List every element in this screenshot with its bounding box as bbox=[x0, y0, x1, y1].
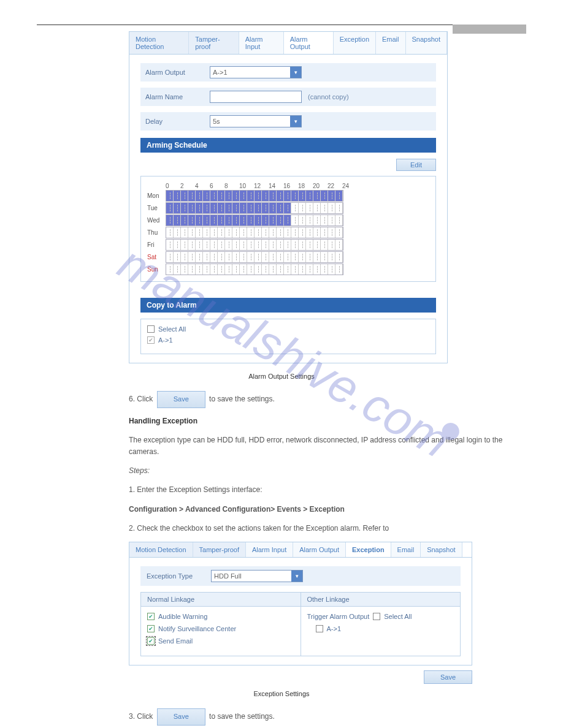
schedule-cell[interactable] bbox=[255, 240, 262, 250]
schedule-cell[interactable] bbox=[262, 227, 269, 238]
schedule-cell[interactable] bbox=[196, 227, 203, 238]
schedule-cell[interactable] bbox=[291, 240, 299, 250]
checkbox-icon[interactable]: ✔ bbox=[147, 613, 155, 620]
schedule-cell[interactable] bbox=[247, 215, 255, 226]
inline-save-button[interactable]: Save bbox=[157, 391, 205, 408]
schedule-cell[interactable] bbox=[255, 215, 262, 226]
schedule-cell[interactable] bbox=[306, 215, 313, 226]
schedule-cell[interactable] bbox=[284, 264, 291, 275]
schedule-cell[interactable] bbox=[284, 240, 291, 250]
checkbox-icon[interactable]: ✔ bbox=[147, 637, 155, 645]
schedule-cell[interactable] bbox=[306, 191, 313, 201]
schedule-cell[interactable] bbox=[255, 191, 262, 201]
schedule-cell[interactable] bbox=[240, 264, 247, 275]
schedule-cell[interactable] bbox=[269, 227, 277, 238]
schedule-cell[interactable] bbox=[181, 264, 188, 275]
schedule-cell[interactable] bbox=[247, 264, 255, 275]
schedule-cell[interactable] bbox=[181, 191, 188, 201]
tab-tamper-2[interactable]: Tamper-proof bbox=[193, 542, 246, 557]
schedule-cell[interactable] bbox=[269, 252, 277, 262]
schedule-cell[interactable] bbox=[210, 215, 218, 226]
schedule-cell[interactable] bbox=[203, 203, 210, 213]
schedule-cell[interactable] bbox=[277, 203, 284, 213]
schedule-cell[interactable] bbox=[335, 203, 343, 213]
schedule-cell[interactable] bbox=[313, 203, 321, 213]
schedule-cell[interactable] bbox=[240, 252, 247, 262]
tab-motion-2[interactable]: Motion Detection bbox=[129, 542, 193, 557]
checkbox-icon[interactable]: ✔ bbox=[147, 625, 155, 632]
schedule-cell[interactable] bbox=[166, 215, 174, 226]
schedule-cell[interactable] bbox=[181, 215, 188, 226]
normal-linkage-item[interactable]: ✔Send Email bbox=[147, 637, 294, 645]
schedule-cell[interactable] bbox=[232, 252, 240, 262]
schedule-cell[interactable] bbox=[203, 215, 210, 226]
schedule-cell[interactable] bbox=[277, 191, 284, 201]
select-all-row[interactable]: Select All bbox=[147, 325, 429, 333]
schedule-cell[interactable] bbox=[232, 215, 240, 226]
schedule-cell[interactable] bbox=[225, 252, 232, 262]
schedule-cell[interactable] bbox=[335, 252, 343, 262]
schedule-cell[interactable] bbox=[306, 227, 313, 238]
tab-tamper[interactable]: Tamper-proof bbox=[189, 32, 239, 54]
schedule-cell[interactable] bbox=[188, 227, 196, 238]
schedule-cell[interactable] bbox=[240, 191, 247, 201]
schedule-cell[interactable] bbox=[174, 240, 181, 250]
schedule-cell[interactable] bbox=[188, 252, 196, 262]
schedule-cell[interactable] bbox=[328, 215, 335, 226]
schedule-cell[interactable] bbox=[262, 252, 269, 262]
schedule-cell[interactable] bbox=[174, 264, 181, 275]
schedule-cell[interactable] bbox=[335, 240, 343, 250]
schedule-cell[interactable] bbox=[247, 191, 255, 201]
schedule-cell[interactable] bbox=[299, 215, 306, 226]
schedule-cell[interactable] bbox=[225, 215, 232, 226]
schedule-cell[interactable] bbox=[240, 227, 247, 238]
schedule-cell[interactable] bbox=[313, 252, 321, 262]
schedule-cell[interactable] bbox=[255, 203, 262, 213]
schedule-cell[interactable] bbox=[225, 191, 232, 201]
schedule-cell[interactable] bbox=[328, 240, 335, 250]
schedule-cell[interactable] bbox=[203, 227, 210, 238]
checkbox-icon[interactable] bbox=[147, 325, 155, 333]
schedule-cell[interactable] bbox=[269, 264, 277, 275]
schedule-cell[interactable] bbox=[188, 264, 196, 275]
schedule-cell[interactable] bbox=[313, 227, 321, 238]
schedule-cell[interactable] bbox=[262, 240, 269, 250]
schedule-cell[interactable] bbox=[232, 203, 240, 213]
schedule-cell[interactable] bbox=[232, 191, 240, 201]
schedule-cell[interactable] bbox=[196, 252, 203, 262]
schedule-cell[interactable] bbox=[203, 191, 210, 201]
schedule-cell[interactable] bbox=[328, 203, 335, 213]
schedule-cell[interactable] bbox=[255, 227, 262, 238]
schedule-cell[interactable] bbox=[277, 264, 284, 275]
schedule-cell[interactable] bbox=[210, 252, 218, 262]
schedule-cell[interactable] bbox=[328, 191, 335, 201]
schedule-cell[interactable] bbox=[335, 191, 343, 201]
schedule-cell[interactable] bbox=[218, 264, 225, 275]
schedule-cell[interactable] bbox=[306, 264, 313, 275]
schedule-cell[interactable] bbox=[291, 203, 299, 213]
schedule-cell[interactable] bbox=[196, 203, 203, 213]
schedule-cell[interactable] bbox=[203, 240, 210, 250]
schedule-cell[interactable] bbox=[321, 215, 328, 226]
schedule-cell[interactable] bbox=[203, 264, 210, 275]
schedule-cell[interactable] bbox=[321, 203, 328, 213]
schedule-cell[interactable] bbox=[291, 215, 299, 226]
schedule-cell[interactable] bbox=[196, 215, 203, 226]
tab-snapshot-2[interactable]: Snapshot bbox=[421, 542, 462, 557]
schedule-cell[interactable] bbox=[262, 191, 269, 201]
schedule-cell[interactable] bbox=[166, 264, 174, 275]
schedule-cell[interactable] bbox=[277, 215, 284, 226]
schedule-cell[interactable] bbox=[240, 240, 247, 250]
schedule-cell[interactable] bbox=[225, 203, 232, 213]
tab-alarm-output-2[interactable]: Alarm Output bbox=[293, 542, 346, 557]
schedule-cell[interactable] bbox=[269, 215, 277, 226]
schedule-cell[interactable] bbox=[306, 203, 313, 213]
schedule-cell[interactable] bbox=[166, 191, 174, 201]
schedule-cell[interactable] bbox=[218, 252, 225, 262]
schedule-cell[interactable] bbox=[166, 240, 174, 250]
schedule-cell[interactable] bbox=[174, 252, 181, 262]
schedule-cell[interactable] bbox=[313, 215, 321, 226]
schedule-cell[interactable] bbox=[210, 264, 218, 275]
schedule-cell[interactable] bbox=[218, 240, 225, 250]
schedule-cell[interactable] bbox=[174, 227, 181, 238]
